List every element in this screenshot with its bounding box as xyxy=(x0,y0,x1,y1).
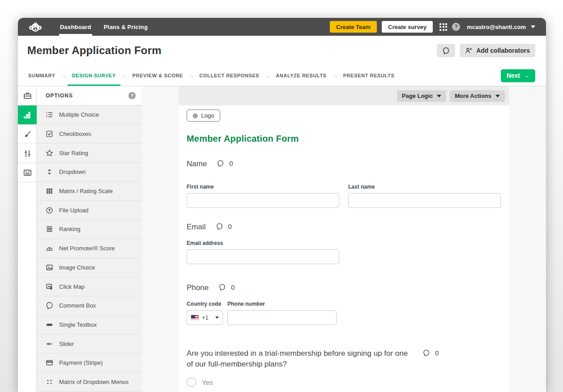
builder-blocks-icon[interactable] xyxy=(18,105,37,125)
title-bar-actions: Add collaborators xyxy=(437,44,535,57)
question-type-checkboxes[interactable]: Checkboxes xyxy=(37,125,142,144)
image-icon xyxy=(46,264,53,271)
last-name-input[interactable] xyxy=(348,193,501,208)
country-code-select[interactable]: +1 xyxy=(187,310,223,325)
country-code-value: +1 xyxy=(202,314,209,321)
options-help-icon[interactable]: ? xyxy=(128,92,136,99)
question-type-label: Star Rating xyxy=(59,150,88,156)
question-type-dropdown[interactable]: Dropdown xyxy=(37,163,142,182)
question-phone[interactable]: Phone 0 Country code +1 xyxy=(187,282,501,325)
workflow-steps: SUMMARY→DESIGN SURVEY→PREVIEW & SCORE→CO… xyxy=(27,65,395,86)
comment-icon xyxy=(46,302,53,309)
create-team-button[interactable]: Create Team xyxy=(330,21,377,33)
email-address-input[interactable] xyxy=(187,249,339,264)
survey-editor: Page Logic More Actions ⊕ Logo Member Ap… xyxy=(142,86,546,392)
field-label: Phone number xyxy=(227,301,337,307)
question-type-single-textbox[interactable]: Single Textbox xyxy=(37,316,142,335)
first-name-input[interactable] xyxy=(187,193,339,208)
question-types-sidebar: OPTIONS ? Multiple ChoiceCheckboxesStar … xyxy=(37,86,142,392)
page-logic-button[interactable]: Page Logic xyxy=(397,90,446,102)
comment-count: 0 xyxy=(231,283,235,291)
plus-circle-icon: ⊕ xyxy=(192,112,198,119)
keypad-icon[interactable] xyxy=(18,163,37,182)
arrow-right-icon: → xyxy=(523,72,529,79)
question-name[interactable]: Name 0 First name xyxy=(187,159,501,208)
question-type-click-map[interactable]: Click Map xyxy=(37,277,142,296)
nav-item-plans-pricing[interactable]: Plans & Pricing xyxy=(98,18,154,36)
dropdown-icon xyxy=(46,168,53,176)
question-type-matrix-of-dropdown-menus[interactable]: Matrix of Dropdown Menus xyxy=(37,373,142,392)
question-type-slider[interactable]: Slider xyxy=(37,334,142,354)
help-icon[interactable]: ? xyxy=(452,23,460,31)
add-logo-button[interactable]: ⊕ Logo xyxy=(187,110,220,122)
question-type-label: Single Textbox xyxy=(59,321,97,328)
question-email[interactable]: Email 0 Email address xyxy=(187,222,501,264)
answer-option-yes[interactable]: Yes xyxy=(187,377,501,387)
question-type-label: Payment (Stripe) xyxy=(59,359,103,366)
upload-icon xyxy=(46,207,53,214)
question-type-image-choice[interactable]: Image Choice xyxy=(37,258,142,278)
question-trial-membership[interactable]: Are you interested in a trial-membership… xyxy=(187,348,501,387)
title-bar: Member Application Form Add collaborator… xyxy=(18,36,546,65)
question-comments[interactable]: 0 xyxy=(217,159,233,167)
more-actions-button[interactable]: More Actions xyxy=(450,90,505,102)
more-actions-label: More Actions xyxy=(455,93,491,99)
chevron-down-icon xyxy=(215,316,219,319)
question-type-label: Comment Box xyxy=(59,302,96,309)
radio-icon[interactable] xyxy=(187,377,196,387)
comment-count: 0 xyxy=(229,160,233,167)
step-analyze-results[interactable]: ANALYZE RESULTS xyxy=(275,65,328,86)
question-comments[interactable]: 0 xyxy=(422,348,439,357)
step-design-survey[interactable]: DESIGN SURVEY xyxy=(71,65,117,86)
question-title: Name xyxy=(187,159,207,169)
step-collect-responses[interactable]: COLLECT RESPONSES xyxy=(199,65,260,86)
step-preview-score[interactable]: PREVIEW & SCORE xyxy=(132,65,184,86)
next-button[interactable]: Next → xyxy=(501,69,535,82)
app-grid-icon[interactable] xyxy=(439,23,447,31)
survey-title[interactable]: Member Application Form xyxy=(187,134,501,144)
question-type-ranking[interactable]: Ranking xyxy=(37,220,142,239)
question-type-comment-box[interactable]: Comment Box xyxy=(37,296,142,316)
question-type-payment-stripe[interactable]: Payment (Stripe) xyxy=(37,354,142,373)
step-present-results[interactable]: PRESENT RESULTS xyxy=(342,65,396,86)
checkbox-icon xyxy=(46,130,53,138)
tool-rail xyxy=(18,86,37,392)
comments-button[interactable] xyxy=(437,44,455,57)
list-icon xyxy=(46,111,53,118)
user-email[interactable]: mcastro@shanti.com xyxy=(467,24,526,30)
matrix-dropdown-icon xyxy=(46,378,53,386)
question-comments[interactable]: 0 xyxy=(218,282,235,291)
main-content: OPTIONS ? Multiple ChoiceCheckboxesStar … xyxy=(18,86,546,392)
question-comments[interactable]: 0 xyxy=(216,222,232,230)
paintbrush-icon[interactable] xyxy=(18,125,37,144)
add-collaborators-button[interactable]: Add collaborators xyxy=(460,44,535,57)
nav-item-dashboard[interactable]: Dashboard xyxy=(54,18,98,36)
question-type-list: Multiple ChoiceCheckboxesStar RatingDrop… xyxy=(37,105,142,392)
question-type-file-upload[interactable]: File Upload xyxy=(37,201,142,220)
create-survey-button[interactable]: Create survey xyxy=(382,21,433,33)
question-title: Phone xyxy=(187,282,209,293)
gauge-icon xyxy=(46,244,53,252)
payment-icon xyxy=(46,359,53,367)
add-collaborators-label: Add collaborators xyxy=(476,47,530,54)
question-type-label: File Upload xyxy=(59,207,89,214)
field-label: Last name xyxy=(348,184,501,190)
question-type-multiple-choice[interactable]: Multiple Choice xyxy=(37,105,142,125)
step-arrow-icon: → xyxy=(332,72,338,79)
workflow-steps-bar: SUMMARY→DESIGN SURVEY→PREVIEW & SCORE→CO… xyxy=(18,65,546,86)
question-type-matrix-rating-scale[interactable]: Matrix / Rating Scale xyxy=(37,182,142,201)
toolbox-icon[interactable] xyxy=(18,86,37,105)
surveymonkey-logo-icon[interactable] xyxy=(29,18,42,36)
question-type-star-rating[interactable]: Star Rating xyxy=(37,143,142,163)
top-nav-right: Create Team Create survey ? mcastro@shan… xyxy=(330,18,535,36)
chevron-down-icon xyxy=(495,95,500,97)
user-menu-caret-icon[interactable] xyxy=(531,25,535,28)
field-label: Country code xyxy=(187,301,223,307)
question-type-net-promoter-score[interactable]: Net Promoter® Score xyxy=(37,239,142,258)
phone-number-input[interactable] xyxy=(227,310,337,325)
question-type-label: Net Promoter® Score xyxy=(59,245,115,252)
question-type-label: Click Map xyxy=(59,283,85,290)
comment-count: 0 xyxy=(435,349,439,357)
sliders-icon[interactable] xyxy=(18,144,37,163)
step-summary[interactable]: SUMMARY xyxy=(27,65,56,86)
